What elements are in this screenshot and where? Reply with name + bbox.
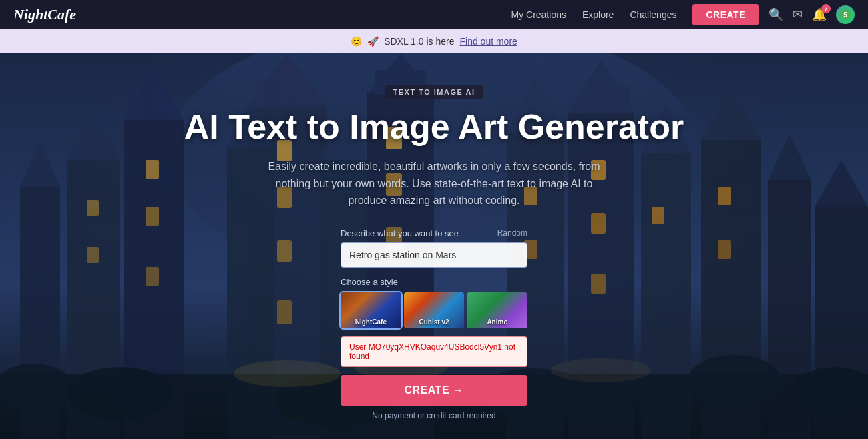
hero-subtitle: Easily create incredible, beautiful artw…	[260, 158, 608, 209]
hero-title: AI Text to Image Art Generator	[184, 108, 684, 146]
style-options: NightCafe Cubist v2 Anime	[341, 292, 527, 328]
style-option-anime[interactable]: Anime	[467, 292, 527, 328]
challenges-link[interactable]: Challenges	[630, 9, 676, 20]
announcement-emoji2: 🚀	[367, 36, 379, 47]
profile-badge: 5	[840, 9, 851, 20]
hero-content: TEXT TO IMAGE AI AI Text to Image Art Ge…	[0, 53, 868, 439]
style-label: Choose a style	[341, 277, 527, 287]
announcement-bar: 😊 🚀 SDXL 1.0 is here Find out more	[0, 29, 868, 53]
bell-badge: 7	[821, 4, 831, 13]
mail-icon[interactable]: ✉	[793, 7, 803, 22]
create-button[interactable]: CREATE →	[341, 375, 527, 406]
form-label-row: Describe what you want to see Random	[341, 228, 527, 238]
search-icon[interactable]: 🔍	[769, 7, 783, 22]
avatar[interactable]: 5	[836, 5, 855, 24]
style-cubist-label: Cubist v2	[404, 318, 465, 326]
bell-icon[interactable]: 🔔 7	[812, 7, 827, 22]
nav-links: My Creations Explore Challenges CREATE	[511, 4, 759, 25]
navbar: NightCafe My Creations Explore Challenge…	[0, 0, 868, 29]
nav-create-button[interactable]: CREATE	[692, 4, 759, 25]
random-button[interactable]: Random	[497, 228, 527, 238]
hero-section: TEXT TO IMAGE AI AI Text to Image Art Ge…	[0, 53, 868, 439]
style-option-nightcafe[interactable]: NightCafe	[341, 292, 401, 328]
announcement-text: SDXL 1.0 is here	[384, 36, 454, 47]
explore-link[interactable]: Explore	[582, 9, 614, 20]
style-nightcafe-label: NightCafe	[341, 318, 401, 326]
tag-badge: TEXT TO IMAGE AI	[385, 85, 483, 99]
my-creations-link[interactable]: My Creations	[511, 9, 566, 20]
nav-icons: 🔍 ✉ 🔔 7 5	[769, 5, 855, 24]
no-payment-text: No payment or credit card required	[341, 411, 527, 420]
announcement-emoji1: 😊	[351, 36, 362, 47]
error-message: User MO70yqXHVKOaquv4USBodcl5Vyn1 not fo…	[341, 336, 527, 367]
style-option-cubist[interactable]: Cubist v2	[404, 292, 465, 328]
announcement-link[interactable]: Find out more	[459, 36, 517, 47]
describe-label: Describe what you want to see	[341, 228, 459, 238]
create-form: Describe what you want to see Random Cho…	[341, 228, 527, 420]
logo: NightCafe	[13, 6, 511, 23]
style-anime-label: Anime	[467, 318, 527, 326]
prompt-input[interactable]	[341, 242, 527, 268]
